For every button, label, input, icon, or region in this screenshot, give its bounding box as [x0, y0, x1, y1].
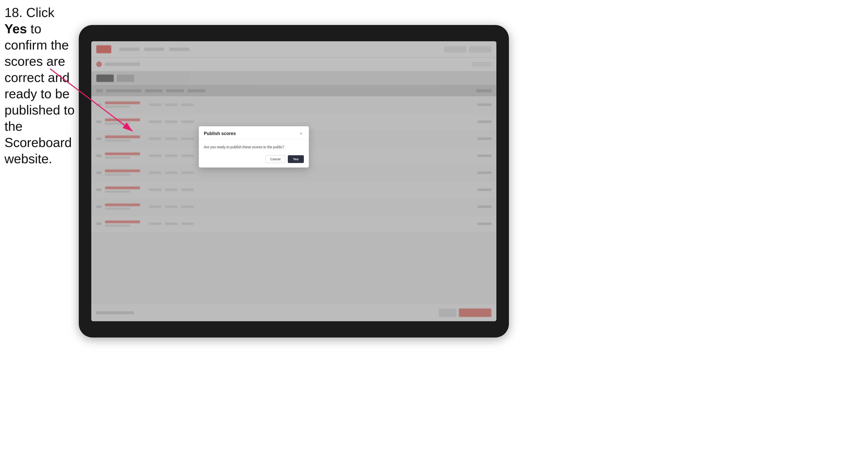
instruction-text: 18. Click Yes to confirm the scores are …	[4, 4, 80, 167]
modal-dialog: Publish scores × Are you ready to publis…	[199, 126, 309, 167]
modal-close-button[interactable]: ×	[298, 131, 304, 136]
yes-button[interactable]: Yes	[288, 155, 304, 163]
instruction-before: Click	[26, 5, 55, 20]
modal-footer: Cancel Yes	[199, 155, 309, 167]
instruction-number: 18.	[4, 5, 23, 20]
modal-body: Are you ready to publish these scores to…	[199, 140, 309, 155]
modal-header: Publish scores ×	[199, 126, 309, 140]
tablet-frame: Publish scores × Are you ready to publis…	[79, 25, 509, 338]
modal-message: Are you ready to publish these scores to…	[204, 145, 304, 150]
modal-title: Publish scores	[204, 131, 236, 136]
modal-overlay[interactable]	[91, 41, 496, 321]
tablet-screen: Publish scores × Are you ready to publis…	[91, 41, 496, 321]
cancel-button[interactable]: Cancel	[266, 155, 285, 163]
instruction-after: to confirm the scores are correct and re…	[4, 22, 74, 166]
instruction-bold: Yes	[4, 22, 27, 36]
